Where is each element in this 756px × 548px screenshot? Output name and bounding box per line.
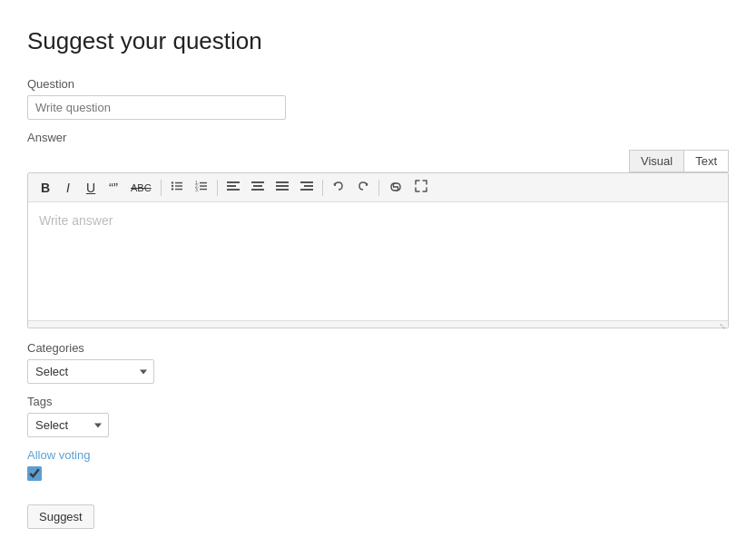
tab-text[interactable]: Text: [684, 150, 729, 172]
toolbar-undo[interactable]: [328, 178, 349, 197]
tags-field-group: Tags Select: [27, 395, 729, 437]
answer-section: Answer Visual Text B I U “” ABC 1.2.3.: [27, 131, 729, 328]
svg-rect-17: [251, 189, 264, 191]
allow-voting-label: Allow voting: [27, 448, 729, 462]
toolbar-strikethrough[interactable]: ABC: [126, 181, 156, 195]
allow-voting-group: Allow voting: [27, 448, 729, 494]
tags-label: Tags: [27, 395, 729, 408]
toolbar-sep-4: [378, 180, 379, 196]
editor-toolbar: B I U “” ABC 1.2.3.: [28, 173, 728, 202]
editor-tabs-row: Visual Text: [27, 150, 729, 172]
page-title: Suggest your question: [27, 27, 729, 55]
svg-point-2: [171, 185, 172, 187]
svg-rect-1: [175, 182, 182, 184]
toolbar-align-center[interactable]: [247, 179, 269, 197]
svg-rect-20: [276, 189, 289, 191]
toolbar-underline[interactable]: U: [81, 179, 101, 197]
svg-rect-18: [276, 181, 289, 183]
toolbar-sep-1: [161, 180, 162, 196]
toolbar-blockquote[interactable]: “”: [103, 178, 123, 197]
svg-rect-9: [200, 185, 207, 187]
editor-body[interactable]: Write answer: [28, 202, 728, 320]
toolbar-bold[interactable]: B: [35, 179, 55, 197]
form-container: Question Answer Visual Text B I U “” ABC: [27, 77, 729, 529]
toolbar-align-left[interactable]: [222, 179, 244, 197]
toolbar-link[interactable]: [384, 179, 407, 197]
svg-rect-23: [300, 189, 313, 191]
question-field-group: Question: [27, 77, 729, 120]
question-label: Question: [27, 77, 729, 91]
toolbar-sep-2: [217, 180, 218, 196]
svg-rect-13: [227, 185, 236, 187]
editor-container: B I U “” ABC 1.2.3.: [27, 172, 729, 328]
categories-label: Categories: [27, 341, 729, 355]
toolbar-align-right[interactable]: [296, 179, 318, 197]
tab-visual[interactable]: Visual: [629, 150, 684, 172]
svg-point-4: [171, 188, 172, 190]
toolbar-ol[interactable]: 1.2.3.: [191, 178, 212, 197]
svg-rect-14: [227, 189, 240, 191]
toolbar-sep-3: [322, 180, 323, 196]
categories-select-wrapper: Select: [27, 359, 154, 384]
svg-rect-15: [251, 181, 264, 183]
allow-voting-checkbox[interactable]: [27, 466, 42, 481]
editor-resize-handle: ⤡: [28, 320, 728, 328]
svg-text:3.: 3.: [195, 187, 199, 192]
svg-rect-5: [175, 189, 182, 191]
tags-select[interactable]: Select: [27, 413, 109, 437]
answer-label: Answer: [27, 131, 729, 144]
svg-rect-22: [304, 185, 313, 187]
svg-rect-3: [175, 185, 182, 187]
toolbar-ul[interactable]: [166, 178, 188, 197]
svg-point-0: [171, 181, 172, 183]
suggest-button[interactable]: Suggest: [27, 504, 94, 529]
svg-rect-7: [200, 182, 207, 184]
toolbar-italic[interactable]: I: [58, 179, 78, 197]
tags-select-wrapper: Select: [27, 413, 109, 437]
svg-rect-12: [227, 181, 240, 183]
svg-rect-11: [200, 189, 207, 191]
svg-rect-21: [300, 181, 313, 183]
svg-rect-16: [253, 185, 262, 187]
toolbar-align-justify[interactable]: [271, 179, 293, 197]
toolbar-fullscreen[interactable]: [410, 178, 432, 197]
question-input[interactable]: [27, 95, 286, 120]
toolbar-redo[interactable]: [352, 178, 374, 197]
categories-select[interactable]: Select: [27, 359, 154, 384]
svg-rect-19: [276, 185, 289, 187]
categories-field-group: Categories Select: [27, 341, 729, 384]
editor-placeholder: Write answer: [39, 213, 113, 228]
